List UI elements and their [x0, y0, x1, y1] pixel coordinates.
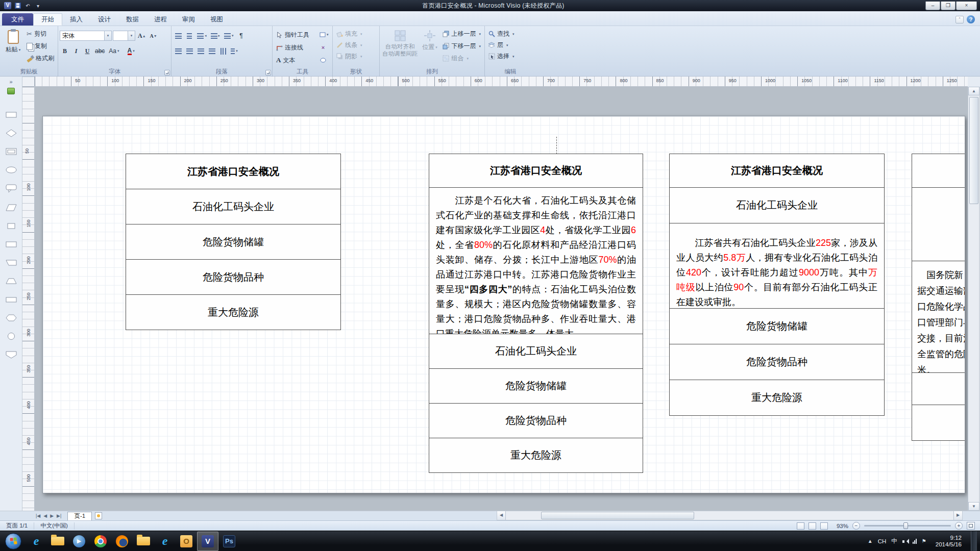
network-icon[interactable]	[913, 539, 917, 544]
insert-page-icon[interactable]	[95, 512, 102, 519]
taskbar-internet-explorer-2-icon[interactable]: e	[154, 532, 176, 551]
align-right-icon[interactable]	[195, 46, 206, 56]
shape-parallelogram-icon[interactable]	[5, 204, 17, 212]
fit-page-icon[interactable]	[967, 522, 975, 530]
italic-button[interactable]: I	[71, 46, 81, 56]
rectangle-tool-button[interactable]: ▾	[318, 30, 330, 40]
diagram-box[interactable]: 危险货物储罐	[669, 308, 885, 344]
diagram-box[interactable]: 石油化工码头企业	[429, 334, 643, 369]
bold-button[interactable]: B	[60, 46, 70, 56]
taskbar-firefox-icon[interactable]	[111, 532, 133, 551]
zoom-level[interactable]: 93%	[832, 523, 848, 529]
next-page-icon[interactable]: ▶	[50, 513, 54, 518]
shape-callout-icon[interactable]	[5, 184, 17, 193]
bullets-icon[interactable]	[173, 31, 183, 41]
shadow-button[interactable]: 阴影▾	[334, 51, 378, 62]
fill-button[interactable]: 填充▾	[334, 29, 378, 39]
tray-ime-mode[interactable]: 中	[891, 537, 897, 545]
align-left-icon[interactable]	[173, 46, 183, 56]
vertical-scroll-thumb[interactable]	[969, 97, 978, 204]
shape-rectangle-icon[interactable]	[5, 111, 17, 119]
auto-align-button[interactable]: 自动对齐和自动调整间距	[381, 28, 419, 66]
last-page-icon[interactable]: ▶|	[57, 513, 61, 518]
grow-font-button[interactable]: A▲	[136, 31, 148, 41]
save-icon[interactable]	[14, 2, 21, 10]
tab-review[interactable]: 审阅	[175, 13, 203, 26]
help-icon[interactable]: ?	[967, 15, 975, 23]
action-center-icon[interactable]: ⚑	[922, 538, 926, 544]
layers-button[interactable]: 层▾	[486, 40, 534, 51]
tab-file[interactable]: 文件	[2, 13, 33, 26]
tab-process[interactable]: 进程	[146, 13, 175, 26]
diagram-box[interactable]: 危险货物品种	[126, 259, 341, 295]
tab-design[interactable]: 设计	[90, 13, 118, 26]
page-indicator[interactable]: 页面 1/1	[0, 522, 34, 530]
drawing-canvas[interactable]: 江苏省港口安全概况石油化工码头企业危险货物储罐危险货物品种重大危险源 江苏省港口…	[35, 87, 968, 511]
taskbar-media-player-icon[interactable]: ▶	[68, 532, 90, 551]
diagram-box[interactable]: 危险货物储罐	[126, 224, 341, 260]
shape-trapezoid-icon[interactable]	[5, 277, 17, 285]
shape-hexagon-icon[interactable]	[5, 314, 17, 322]
diagram-text-box[interactable]: 国务院新《 据交通运输部和 口危险化学品安 口管理部门与安 交接，目前江苏 全监…	[912, 261, 965, 373]
line-spacing-icon[interactable]: ▾	[223, 31, 235, 41]
shape-small-rectangle-icon[interactable]	[5, 222, 17, 230]
paragraph-dialog-launcher-icon[interactable]	[265, 70, 271, 76]
shape-circle-icon[interactable]	[5, 332, 17, 340]
text-direction-icon[interactable]	[218, 46, 228, 56]
drawing-page[interactable]: 江苏省港口安全概况石油化工码头企业危险货物储罐危险货物品种重大危险源 江苏省港口…	[42, 116, 965, 493]
strikethrough-button[interactable]: abc	[93, 46, 106, 56]
font-family-select[interactable]: 宋体▾	[60, 31, 112, 41]
diagram-box[interactable]: 石油化工码头企业	[669, 187, 885, 223]
tab-view[interactable]: 视图	[203, 13, 231, 26]
diagram-box[interactable]: 危险货物品种	[429, 403, 643, 438]
tab-insert[interactable]: 插入	[62, 13, 90, 26]
diagram-box[interactable]: 重大危险源	[429, 438, 643, 473]
first-page-icon[interactable]: |◀	[36, 513, 40, 518]
maximize-button[interactable]: ❐	[941, 2, 955, 10]
diagram-text-box[interactable]: 江苏是个石化大省，石油化工码头及其仓储式石化产业的基础支撑和生命线，依托沿江港口…	[429, 187, 643, 334]
diagram-box[interactable]	[912, 372, 965, 405]
bring-forward-button[interactable]: 上移一层▾	[440, 29, 483, 39]
taskbar-photoshop-icon[interactable]: Ps	[218, 532, 240, 551]
view-switch-icon[interactable]	[820, 522, 828, 530]
zoom-slider-thumb[interactable]	[903, 522, 908, 529]
find-button[interactable]: 查找▾	[486, 29, 534, 39]
visio-app-icon[interactable]: V	[4, 2, 11, 9]
line-button[interactable]: 线条▾	[334, 40, 378, 51]
zoom-slider[interactable]	[864, 525, 951, 527]
align-center-icon[interactable]	[184, 46, 194, 56]
cut-button[interactable]: ✂剪切	[24, 29, 56, 39]
previous-page-icon[interactable]: ◀	[43, 513, 47, 518]
tray-language-ch[interactable]: CH	[878, 538, 887, 544]
diagram-box[interactable]: 重大危险源	[669, 380, 885, 416]
diagram-box[interactable]: 石油化工码头企业	[126, 189, 341, 224]
vertical-scrollbar[interactable]: ▲ ▼	[968, 87, 979, 511]
group-button[interactable]: 组合▾	[440, 53, 483, 64]
expand-shapes-icon[interactable]: »	[9, 79, 12, 85]
ellipse-tool-button[interactable]	[318, 55, 328, 65]
change-case-button[interactable]: Aa▾	[107, 46, 120, 56]
text-tool-button[interactable]: A 文本	[274, 55, 317, 66]
pointer-tool-button[interactable]: 指针工具	[274, 30, 317, 40]
shape-diamond-icon[interactable]	[5, 129, 17, 137]
language-indicator[interactable]: 中文(中国)	[34, 522, 75, 530]
paragraph-mark-icon[interactable]: ¶	[236, 31, 247, 41]
font-size-select[interactable]: ▾	[113, 31, 135, 41]
clock[interactable]: 9:12 2014/5/16	[932, 535, 966, 548]
diagram-header-box[interactable]: 江苏省港口安全概况	[429, 154, 643, 188]
taskbar-outlook-icon[interactable]: O	[176, 532, 197, 551]
position-button[interactable]: 位置▾	[419, 28, 440, 66]
diagram-box[interactable]: 重大危险源	[126, 294, 341, 330]
taskbar-visio-icon[interactable]: V	[197, 532, 218, 551]
diagram-box[interactable]: 江苏省港口安全概况	[126, 154, 341, 189]
minimize-button[interactable]: –	[925, 2, 940, 10]
undo-icon[interactable]: ↶	[24, 2, 32, 10]
increase-indent-icon[interactable]: ▸	[209, 31, 222, 41]
diagram-box[interactable]	[912, 187, 965, 261]
stencil-window-icon[interactable]	[7, 88, 15, 94]
zoom-in-icon[interactable]: +	[955, 522, 963, 530]
justify-icon[interactable]	[207, 46, 217, 56]
taskbar-chrome-icon[interactable]	[90, 532, 111, 551]
taskbar-internet-explorer-icon[interactable]: e	[26, 532, 47, 551]
diagram-box[interactable]: 危险货物储罐	[429, 368, 643, 404]
